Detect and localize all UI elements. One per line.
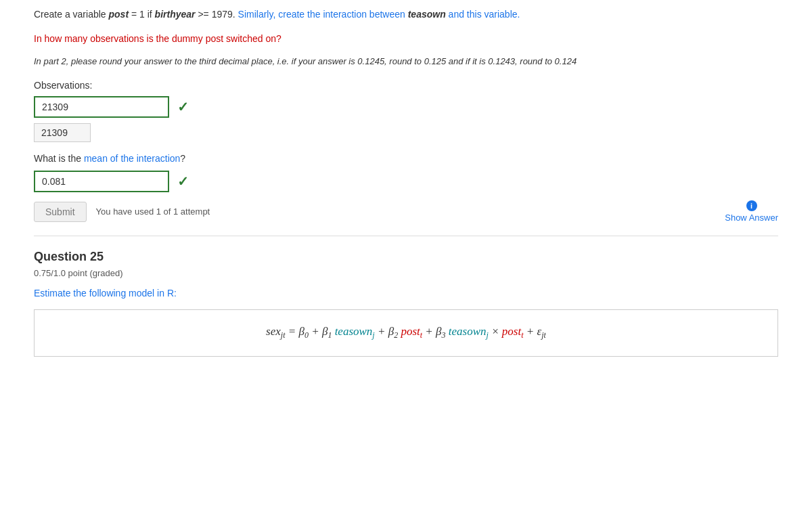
observations-input-row: ✓: [34, 96, 778, 118]
question-25-title: Question 25: [34, 250, 778, 264]
intro-eq: = 1 if: [129, 9, 155, 20]
formula-equals: =: [288, 325, 299, 338]
formula-teasown1: teasown: [335, 325, 373, 338]
intro-birthyear: birthyear: [155, 9, 196, 20]
formula-lhs-subscript: jt: [281, 330, 286, 340]
mean-input-row: ✓: [34, 171, 778, 192]
formula-t1: t: [420, 330, 422, 340]
intro-and-this: and this variable.: [446, 9, 520, 20]
formula-box: sexjt = β0 + β1 teasownj + β2 postt + β3…: [34, 309, 778, 357]
formula-plus2: +: [378, 325, 388, 338]
mean-text-q: ?: [180, 153, 185, 164]
red-question: In how many observations is the dummy po…: [34, 31, 778, 46]
formula-b3-sub: 3: [442, 330, 446, 340]
formula-jt: jt: [541, 330, 546, 340]
intro-teasown: teasown: [408, 9, 446, 20]
submit-row: Submit You have used 1 of 1 attempt i Sh…: [34, 202, 778, 222]
formula-plus3: +: [425, 325, 436, 338]
intro-gte: >= 1979.: [196, 9, 238, 20]
section-divider: [34, 236, 778, 236]
formula-plus4: +: [526, 325, 537, 338]
formula-b2: β: [388, 325, 394, 338]
formula-b1-sub: 1: [328, 330, 332, 340]
formula-times: ×: [491, 325, 502, 338]
formula-t2: t: [521, 330, 523, 340]
observations-label: Observations:: [34, 80, 778, 91]
intro-paragraph: Create a variable post = 1 if birthyear …: [34, 7, 778, 22]
formula-post1: post: [401, 325, 420, 338]
submit-button[interactable]: Submit: [34, 202, 87, 222]
attempt-text: You have used 1 of 1 attempt: [96, 206, 210, 217]
formula-plus1: +: [311, 325, 322, 338]
mean-input[interactable]: [34, 171, 169, 192]
answer-display-1: 21309: [34, 123, 91, 142]
intro-var: post: [109, 9, 129, 20]
observations-input[interactable]: [34, 96, 169, 118]
italic-note: In part 2, please round your answer to t…: [34, 55, 778, 69]
intro-similarly: Similarly, create the interaction betwee…: [238, 9, 408, 20]
formula-display: sexjt = β0 + β1 teasownj + β2 postt + β3…: [266, 325, 546, 340]
mean-text-plain: What is the: [34, 153, 84, 164]
formula-b0-sub: 0: [304, 330, 309, 340]
intro-prefix: Create a variable: [34, 9, 109, 20]
mean-question: What is the mean of the interaction?: [34, 153, 778, 164]
show-answer-button[interactable]: Show Answer: [725, 213, 778, 223]
points-label: 0.75/1.0 point (graded): [34, 268, 778, 278]
mean-text-link: mean of the interaction: [84, 153, 180, 164]
main-content: Create a variable post = 1 if birthyear …: [0, 0, 812, 377]
estimate-text: Estimate the following model in R:: [34, 288, 778, 299]
formula-post2: post: [502, 325, 521, 338]
formula-b3: β: [436, 325, 441, 338]
formula-teasown2: teasown: [449, 325, 487, 338]
show-answer-area: i Show Answer: [725, 200, 778, 223]
formula-b0: β: [298, 325, 304, 338]
formula-lhs: sex: [266, 325, 281, 338]
checkmark-icon-2: ✓: [177, 173, 189, 190]
info-icon: i: [746, 200, 757, 211]
formula-j1: j: [372, 330, 374, 340]
checkmark-icon-1: ✓: [177, 99, 189, 115]
formula-b2-sub: 2: [394, 330, 398, 340]
formula-j2: j: [487, 330, 489, 340]
